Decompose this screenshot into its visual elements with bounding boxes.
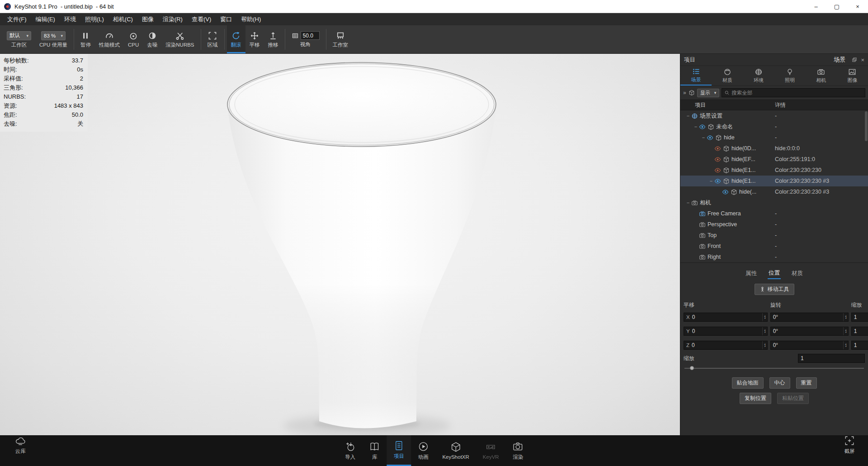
translate-x-input[interactable] [692, 314, 762, 320]
visibility-eye-icon[interactable] [722, 189, 729, 195]
tab-scene[interactable]: 场景 [680, 66, 712, 86]
workspace-select[interactable]: 默认▾ [7, 31, 31, 40]
maximize-button[interactable]: ▢ [826, 0, 847, 13]
cpu-usage-select[interactable]: 83 %▾ [41, 31, 66, 40]
tab-material[interactable]: 材质 [712, 66, 743, 86]
dock-item-render[interactable]: 渲染 [506, 435, 530, 466]
tree-filter-icon[interactable] [689, 90, 695, 96]
region-button[interactable]: 区域 [203, 25, 222, 53]
spinner-arrows[interactable]: ▴▾ [762, 327, 767, 335]
tree-scrollbar[interactable] [865, 111, 868, 141]
undock-icon[interactable] [852, 57, 857, 62]
tree-row-free-camera[interactable]: Free Camera - [680, 208, 868, 219]
tree-row-right[interactable]: Right - [680, 252, 868, 262]
studio-button[interactable]: 工作室 [329, 25, 353, 53]
tree-row-hide-grandchild[interactable]: hide(... Color:230:230:230 #3 [680, 186, 868, 197]
show-filter-dropdown[interactable]: 显示▾ [697, 89, 720, 97]
menu-image[interactable]: 图像 [137, 13, 158, 25]
tree-row-hide-child[interactable]: hide(E1... Color:230:230:230 [680, 165, 868, 176]
menu-environment[interactable]: 环境 [60, 13, 80, 25]
visibility-eye-hidden-icon[interactable] [714, 167, 721, 174]
expander-icon[interactable]: − [685, 113, 691, 119]
dock-item-project[interactable]: 项目 [387, 435, 411, 466]
fov-input[interactable] [301, 31, 320, 40]
slider-thumb[interactable] [690, 366, 694, 370]
uniform-scale-input[interactable] [801, 355, 864, 361]
expander-icon[interactable]: − [700, 135, 707, 140]
uniform-scale-slider[interactable] [684, 365, 864, 371]
move-tool-button[interactable]: 移动工具 [755, 284, 794, 295]
pan-button[interactable]: 平移 [245, 25, 264, 53]
collapse-chevrons-icon[interactable]: » [683, 90, 686, 96]
snap-to-ground-button[interactable]: 贴合地面 [732, 377, 764, 389]
dock-item-keyshotxr[interactable]: KeyShotXR [435, 435, 476, 466]
dock-item-import[interactable]: 导入 [338, 435, 362, 466]
expander-icon[interactable]: − [708, 178, 714, 184]
scale-z-input[interactable] [854, 342, 868, 348]
subtab-position[interactable]: 位置 [768, 268, 781, 279]
tree-row-perspective[interactable]: Perspective - [680, 219, 868, 230]
spinner-arrows[interactable]: ▴▾ [843, 341, 848, 349]
reset-button[interactable]: 重置 [796, 377, 817, 389]
center-button[interactable]: 中心 [769, 377, 790, 389]
tab-lighting[interactable]: 照明 [774, 66, 806, 86]
visibility-eye-icon[interactable] [707, 134, 713, 141]
rotate-z-input[interactable] [773, 342, 843, 348]
tree-row-front[interactable]: Front - [680, 241, 868, 252]
visibility-eye-icon[interactable] [699, 124, 706, 130]
rotate-x-input[interactable] [773, 314, 843, 320]
spinner-arrows[interactable]: ▴▾ [843, 327, 848, 335]
visibility-eye-hidden-icon[interactable] [714, 145, 721, 152]
tab-camera[interactable]: 相机 [806, 66, 837, 86]
tab-environment[interactable]: 环境 [743, 66, 774, 86]
menu-edit[interactable]: 编辑(E) [31, 13, 60, 25]
render-nurbs-button[interactable]: 渲染NURBS [161, 25, 198, 53]
visibility-eye-hidden-icon[interactable] [714, 156, 721, 163]
menu-camera[interactable]: 相机(C) [108, 13, 137, 25]
dock-item-screenshot[interactable]: 截屏 [837, 435, 862, 455]
copy-position-button[interactable]: 复制位置 [740, 393, 771, 404]
spinner-arrows[interactable]: ▴▾ [762, 341, 767, 349]
tree-row-unnamed[interactable]: − 未命名 - [680, 121, 868, 132]
menu-help[interactable]: 帮助(H) [236, 13, 265, 25]
menu-render[interactable]: 渲染(R) [158, 13, 187, 25]
expander-icon[interactable]: − [693, 124, 699, 129]
performance-mode-button[interactable]: 性能模式 [95, 25, 124, 53]
tree-row-top[interactable]: Top - [680, 230, 868, 241]
pause-button[interactable]: 暂停 [76, 25, 95, 53]
tree-row-cameras[interactable]: − 相机 [680, 197, 868, 208]
menu-file[interactable]: 文件(F) [3, 13, 31, 25]
minimize-button[interactable]: – [806, 0, 826, 13]
scale-x-input[interactable] [854, 314, 868, 320]
tree-row-scene-settings[interactable]: − 场景设置 - [680, 110, 868, 121]
denoise-button[interactable]: 去噪 [143, 25, 161, 53]
spinner-arrows[interactable]: ▴▾ [762, 313, 767, 321]
dock-item-animation[interactable]: 动画 [411, 435, 435, 466]
tumble-button[interactable]: 翻滚 [227, 25, 245, 53]
menu-window[interactable]: 窗口 [216, 13, 236, 25]
subtab-properties[interactable]: 属性 [745, 268, 758, 279]
dock-item-cloud-library[interactable]: 云库 [8, 435, 33, 455]
spinner-arrows[interactable]: ▴▾ [843, 313, 848, 321]
subtab-material[interactable]: 材质 [791, 268, 804, 279]
tab-image[interactable]: 图像 [837, 66, 868, 86]
search-input[interactable] [731, 90, 863, 95]
menu-lighting[interactable]: 照明(L) [80, 13, 108, 25]
rotate-y-input[interactable] [773, 328, 843, 334]
close-button[interactable]: × [847, 0, 868, 13]
menu-view[interactable]: 查看(V) [187, 13, 216, 25]
visibility-eye-icon[interactable] [714, 178, 721, 185]
expander-icon[interactable]: − [685, 200, 691, 205]
scale-y-input[interactable] [854, 328, 868, 334]
tree-row-hide-selected[interactable]: − hide(E1... Color:230:230:230 #3 [680, 176, 868, 186]
tree-row-hide[interactable]: − hide - [680, 132, 868, 143]
tree-row-hide-child[interactable]: hide(0D... hide:0:0:0 [680, 143, 868, 154]
tree-row-hide-child[interactable]: hide(EF... Color:255:191:0 [680, 154, 868, 165]
translate-z-input[interactable] [692, 342, 762, 348]
dolly-button[interactable]: 推移 [264, 25, 283, 53]
cpu-button[interactable]: CPU [124, 25, 143, 53]
render-viewport[interactable]: 每秒帧数:33.7 时间:0s 采样值:2 三角形:10,366 NURBS:1… [0, 54, 680, 435]
dock-item-library[interactable]: 库 [362, 435, 387, 466]
panel-close-icon[interactable]: × [861, 57, 864, 63]
translate-y-input[interactable] [692, 328, 762, 334]
